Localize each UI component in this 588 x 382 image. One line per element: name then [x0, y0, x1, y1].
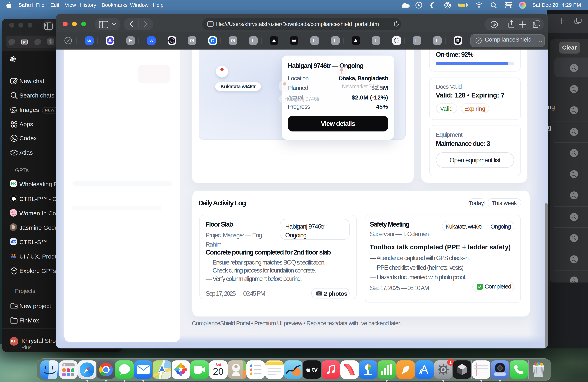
- svg-text:For My Girls: For My Girls: [9, 213, 17, 215]
- svg-text:FR: FR: [11, 181, 16, 185]
